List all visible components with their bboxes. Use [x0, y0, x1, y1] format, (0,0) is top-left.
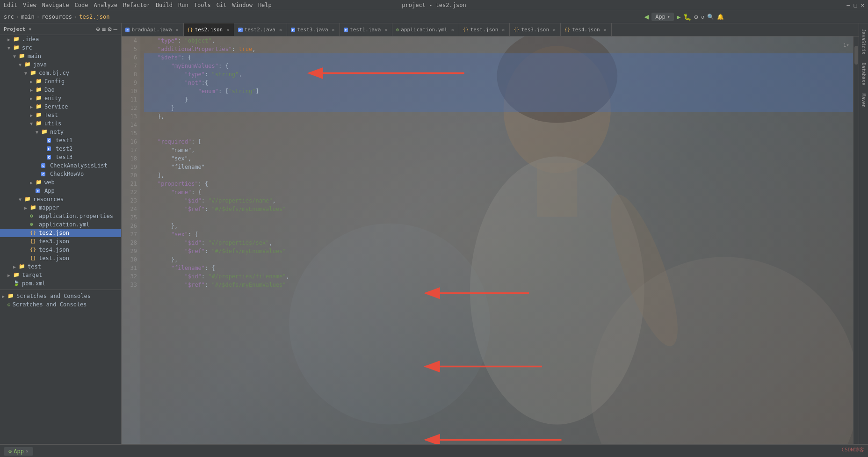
- menu-window[interactable]: Window: [232, 2, 253, 8]
- sidebar-tree-item-target[interactable]: ▶📁target: [0, 271, 121, 279]
- menu-analyze[interactable]: Analyze: [94, 2, 118, 8]
- run-config-dropdown-icon[interactable]: ▾: [667, 14, 670, 19]
- tab-close-icon[interactable]: ✕: [384, 27, 387, 32]
- line-num-11: 11: [122, 95, 137, 104]
- sidebar-tree-item-app[interactable]: cApp: [0, 187, 121, 195]
- sidebar-tree-item-test3[interactable]: ctest3: [0, 153, 121, 161]
- menu-code[interactable]: Code: [75, 2, 88, 8]
- sidebar-tree-item-test[interactable]: ▶📁test: [0, 262, 121, 271]
- menu-edit[interactable]: Edit: [4, 2, 17, 8]
- tab-test3-java[interactable]: ctest3.java✕: [287, 23, 340, 36]
- sidebar-tree-item-web[interactable]: ▶📁web: [0, 178, 121, 187]
- bottom-tab-close[interactable]: ✕: [26, 449, 29, 454]
- tab-close-icon[interactable]: ✕: [279, 27, 282, 32]
- menu-git[interactable]: Git: [217, 2, 227, 8]
- menu-tools[interactable]: Tools: [194, 2, 211, 8]
- sidebar-tree-item-utils[interactable]: ▼📁utils: [0, 119, 121, 128]
- tree-label: web: [44, 179, 55, 186]
- nav-back-icon[interactable]: ◀: [644, 12, 649, 21]
- menu-help[interactable]: Help: [258, 2, 272, 8]
- tab-test1-java[interactable]: ctest1.java✕: [340, 23, 393, 36]
- tab-close-icon[interactable]: ✕: [332, 27, 335, 32]
- sidebar-tree-item-dao[interactable]: ▶📁Dao: [0, 86, 121, 94]
- breadcrumb-src[interactable]: src: [4, 14, 14, 20]
- tab-close-icon[interactable]: ✕: [604, 27, 607, 32]
- search-icon[interactable]: 🔍: [707, 14, 714, 20]
- sidebar-tree-item-service[interactable]: ▶📁Service: [0, 102, 121, 111]
- menu-refactor[interactable]: Refactor: [123, 2, 150, 8]
- notification-icon[interactable]: 🔔: [717, 14, 724, 20]
- tab-test-json[interactable]: {}test.json✕: [459, 23, 510, 36]
- tab-tes4-json[interactable]: {}tes4.json✕: [561, 23, 612, 36]
- sidebar-item-external-libraries[interactable]: ▶ 📁 Scratches and Consoles: [0, 292, 121, 300]
- breadcrumb-resources[interactable]: resources: [42, 14, 72, 20]
- right-tab-javasidis[interactable]: JavaSidis: [860, 25, 867, 58]
- minimize-button[interactable]: —: [846, 2, 850, 8]
- sidebar-tree-item-tes4-json[interactable]: {}tes4.json: [0, 246, 121, 254]
- tab-close-icon[interactable]: ✕: [553, 27, 556, 32]
- tree-label: tes3.json: [39, 238, 69, 245]
- sidebar-tree-item-mapper[interactable]: ▶📁mapper: [0, 203, 121, 212]
- reload-icon[interactable]: ↺: [701, 14, 704, 20]
- sidebar-tree-item--idea[interactable]: ▶📁.idea: [0, 35, 121, 44]
- bottom-tab-app[interactable]: ⊙ App ✕: [4, 447, 33, 456]
- right-tab-database[interactable]: Database: [860, 59, 867, 89]
- right-tab-maven[interactable]: Maven: [860, 90, 867, 111]
- sidebar-tree-item-checkanalysislist[interactable]: cCheckAnalysisList: [0, 161, 121, 170]
- sidebar-tree-item-application-properties[interactable]: ⚙application.properties: [0, 212, 121, 220]
- tab-application-yml[interactable]: ⚙application.yml✕: [392, 23, 459, 36]
- tab-close-icon[interactable]: ✕: [502, 27, 505, 32]
- sidebar-tree-item-src[interactable]: ▼📁src: [0, 44, 121, 52]
- run-config-selector[interactable]: App ▾: [651, 13, 674, 21]
- tab-close-icon[interactable]: ✕: [451, 27, 454, 32]
- sidebar-tree-item-config[interactable]: ▶📁Config: [0, 77, 121, 86]
- sidebar-tree-item-main[interactable]: ▼📁main: [0, 52, 121, 60]
- tab-bradnapi-java[interactable]: cbradnApi.java✕: [122, 23, 184, 36]
- sidebar-tree-item-test[interactable]: ▶📁Test: [0, 111, 121, 119]
- menu-run[interactable]: Run: [178, 2, 188, 8]
- menu-bar: Edit View Navigate Code Analyze Refactor…: [0, 0, 868, 10]
- debug-icon[interactable]: 🐛: [683, 13, 691, 21]
- breadcrumb-main[interactable]: main: [21, 14, 35, 20]
- tab-tes3-json[interactable]: {}tes3.json✕: [510, 23, 561, 36]
- sidebar-tree-item-test1[interactable]: ctest1: [0, 136, 121, 145]
- maximize-button[interactable]: □: [854, 2, 857, 8]
- menu-view[interactable]: View: [23, 2, 36, 8]
- code-area[interactable]: "type": "object", "additionalProperties"…: [140, 36, 853, 444]
- scrollbar-thumb[interactable]: [854, 46, 858, 65]
- sidebar-item-scratches[interactable]: ⊙ Scratches and Consoles: [0, 300, 121, 309]
- tab-close-icon[interactable]: ✕: [226, 27, 229, 32]
- line-num-28: 28: [122, 239, 137, 247]
- tree-label: resources: [33, 196, 64, 203]
- sidebar-settings-icon[interactable]: ⚙: [108, 25, 111, 33]
- breadcrumb-file[interactable]: tes2.json: [79, 14, 109, 20]
- line-num-7: 7: [122, 62, 137, 70]
- sidebar-tree-item-java[interactable]: ▼📁java: [0, 60, 121, 69]
- scrollbar-vertical[interactable]: [853, 36, 859, 444]
- tab-tes2-json[interactable]: {}tes2.json✕: [184, 23, 235, 36]
- sidebar-locate-icon[interactable]: ⊕: [96, 25, 100, 33]
- menu-navigate[interactable]: Navigate: [42, 2, 69, 8]
- sidebar-tree-item-test2[interactable]: ctest2: [0, 145, 121, 153]
- sidebar-collapse-icon[interactable]: ≡: [102, 25, 106, 33]
- sidebar-tree-item-pom-xml[interactable]: 🍃pom.xml: [0, 279, 121, 288]
- sidebar-tree-item-nety[interactable]: ▼📁nety: [0, 128, 121, 136]
- coverage-icon[interactable]: ⚙: [694, 13, 698, 21]
- run-icon[interactable]: ▶: [677, 13, 680, 21]
- sidebar-tree-item-tes2-json[interactable]: {}tes2.json: [0, 229, 121, 237]
- sidebar-tree-item-checkrowvo[interactable]: cCheckRowVo: [0, 170, 121, 178]
- sidebar-tree-item-test-json[interactable]: {}test.json: [0, 254, 121, 262]
- sidebar-tree-item-application-yml[interactable]: ⚙application.yml: [0, 220, 121, 229]
- editor-main[interactable]: 4567891011121314151617181920212223242526…: [122, 36, 859, 444]
- menu-build[interactable]: Build: [156, 2, 173, 8]
- tab-test2-java[interactable]: ctest2.java✕: [234, 23, 287, 36]
- sidebar-title: Project ▾: [4, 26, 32, 32]
- tab-close-icon[interactable]: ✕: [176, 27, 179, 32]
- sidebar-tree-item-tes3-json[interactable]: {}tes3.json: [0, 237, 121, 246]
- sidebar-tree-item-com-bj-cy[interactable]: ▼📁com.bj.cy: [0, 69, 121, 77]
- sidebar-tree-item-resources[interactable]: ▼📁resources: [0, 195, 121, 203]
- sidebar-close-icon[interactable]: —: [114, 25, 117, 33]
- tab-label: test.json: [470, 27, 499, 33]
- sidebar-tree-item-enity[interactable]: ▶📁enity: [0, 94, 121, 102]
- close-button[interactable]: ✕: [861, 2, 864, 8]
